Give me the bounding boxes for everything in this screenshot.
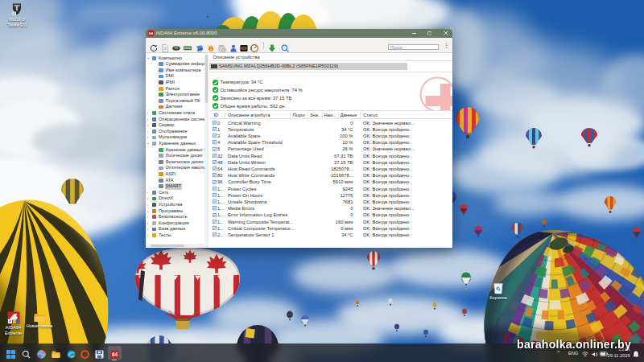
- svg-text:64: 64: [149, 31, 153, 35]
- svg-text:64: 64: [111, 352, 118, 357]
